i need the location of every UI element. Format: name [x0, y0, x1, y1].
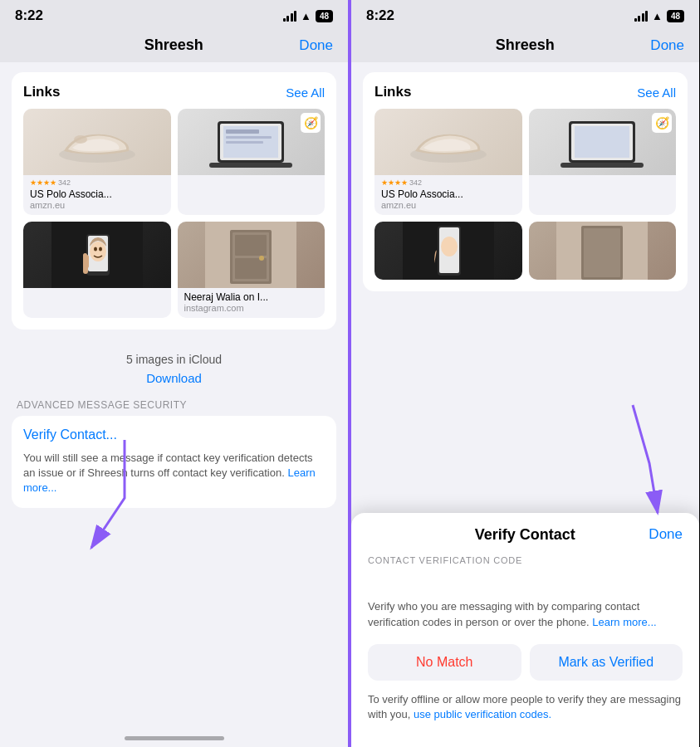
offline-text: To verify offline or allow more people t… — [368, 692, 683, 722]
list-item[interactable]: Neeraj Walia on I... instagram.com — [178, 222, 326, 318]
links-section-left: Links See All — [12, 72, 336, 330]
done-button-left[interactable]: Done — [299, 37, 333, 54]
status-bar-right: 8:22 ▲ 48 — [351, 0, 699, 30]
wifi-icon: ▲ — [652, 10, 663, 22]
battery-right: 48 — [667, 10, 684, 22]
no-match-button[interactable]: No Match — [368, 644, 521, 681]
advanced-desc: You will still see a message if contact … — [23, 451, 325, 496]
door-thumbnail-r — [529, 222, 677, 280]
verify-header: Verify Contact Done — [368, 526, 683, 544]
icloud-text: 5 images in iCloud — [12, 353, 336, 366]
link-info-r: ★★★★ 342 US Polo Associa... amzn.eu — [374, 175, 522, 215]
advanced-desc-text: You will still see a message if contact … — [23, 452, 313, 479]
svg-rect-17 — [83, 253, 87, 265]
svg-rect-7 — [226, 136, 272, 139]
compass-badge-r: 🧭 — [652, 113, 672, 133]
list-item[interactable]: ‌ — [23, 222, 171, 318]
advanced-section: ADVANCED MESSAGE SECURITY Verify Contact… — [12, 399, 336, 508]
laptop-icon — [205, 113, 296, 171]
nav-header-right: Shreesh Done — [351, 30, 699, 62]
svg-rect-29 — [560, 163, 644, 168]
link-info: ★★★★ 342 US Polo Associa... amzn.eu — [23, 175, 171, 215]
links-title-right: Links — [374, 84, 411, 100]
verify-done-button[interactable]: Done — [649, 526, 683, 543]
laptop-thumbnail-r: 🧭 — [529, 109, 677, 175]
advanced-label: ADVANCED MESSAGE SECURITY — [12, 399, 336, 416]
see-all-right[interactable]: See All — [637, 85, 676, 100]
wifi-icon: ▲ — [301, 10, 311, 22]
mark-verified-button[interactable]: Mark as Verified — [530, 644, 683, 681]
link-title-r: US Polo Associa... — [381, 188, 516, 200]
links-grid-left: ★★★★ 342 US Polo Associa... amzn.eu — [23, 109, 325, 318]
svg-point-12 — [90, 242, 106, 261]
verify-title: Verify Contact — [475, 526, 575, 544]
svg-rect-22 — [235, 235, 267, 256]
advanced-card: Verify Contact... You will still see a m… — [12, 416, 336, 508]
shoe-icon — [56, 120, 139, 165]
signal-icon — [634, 10, 649, 22]
verify-learn-more-link[interactable]: Learn more... — [592, 616, 656, 628]
signal-icon — [283, 10, 297, 22]
link-info: Neeraj Walia on I... instagram.com — [178, 288, 326, 318]
verify-contact-link[interactable]: Verify Contact... — [23, 427, 325, 442]
link-info: ‌ — [178, 175, 326, 193]
shoe-thumbnail — [23, 109, 171, 175]
nav-title-right: Shreesh — [496, 37, 555, 54]
phone-photo-r — [374, 222, 522, 280]
laptop-icon-r — [556, 113, 648, 171]
verification-code-area — [368, 574, 683, 598]
door-icon-r — [556, 222, 648, 280]
link-url: amzn.eu — [30, 200, 164, 210]
verification-code-label: CONTACT VERIFICATION CODE — [368, 555, 683, 565]
link-title: Neeraj Walia on I... — [184, 291, 319, 303]
list-item[interactable] — [529, 222, 677, 280]
done-button-right[interactable]: Done — [650, 37, 684, 54]
public-verification-link[interactable]: use public verification codes. — [414, 708, 551, 720]
verify-buttons: No Match Mark as Verified — [368, 644, 683, 681]
svg-rect-37 — [584, 228, 620, 277]
shoe-thumbnail-r — [374, 109, 522, 175]
phone-photo-icon — [51, 222, 143, 288]
link-info: ‌ — [23, 288, 171, 306]
verify-contact-sheet: Verify Contact Done CONTACT VERIFICATION… — [351, 513, 699, 747]
door-thumbnail — [178, 222, 326, 288]
list-item[interactable]: ★★★★ 342 US Polo Associa... amzn.eu — [23, 109, 171, 215]
svg-rect-4 — [209, 163, 292, 168]
nav-title-left: Shreesh — [144, 37, 203, 54]
list-item[interactable]: 🧭 — [529, 109, 677, 215]
icloud-section: 5 images in iCloud Download — [12, 339, 336, 393]
status-icons-right: ▲ 48 — [634, 10, 685, 22]
link-url-r: amzn.eu — [381, 200, 516, 210]
svg-point-24 — [259, 256, 264, 261]
svg-point-1 — [74, 135, 87, 144]
svg-point-34 — [441, 237, 458, 256]
star-rating: ★★★★ 342 — [30, 178, 164, 187]
phone-photo-thumbnail — [23, 222, 171, 288]
compass-badge: 🧭 — [301, 113, 321, 133]
nav-header-left: Shreesh Done — [0, 30, 348, 62]
link-title: US Polo Associa... — [30, 188, 164, 200]
shoe-icon-r — [407, 120, 490, 165]
links-header-left: Links See All — [23, 84, 325, 100]
status-icons-left: ▲ 48 — [283, 10, 334, 22]
link-title: ‌ — [184, 178, 319, 188]
right-phone: 8:22 ▲ 48 Shreesh Done Links See All — [350, 0, 699, 747]
svg-point-13 — [94, 247, 97, 251]
svg-rect-30 — [575, 126, 629, 158]
list-item[interactable]: 🧭 ‌ — [178, 109, 326, 215]
verification-desc: Verify who you are messaging with by com… — [368, 598, 683, 631]
download-link[interactable]: Download — [146, 371, 202, 385]
time-left: 8:22 — [15, 7, 43, 24]
svg-rect-23 — [235, 258, 267, 279]
time-right: 8:22 — [366, 7, 394, 24]
links-section-right: Links See All — [363, 72, 688, 291]
phone-photo-icon-r — [403, 222, 494, 280]
see-all-left[interactable]: See All — [286, 85, 325, 100]
door-icon — [205, 222, 296, 288]
status-bar-left: 8:22 ▲ 48 — [0, 0, 348, 30]
list-item[interactable]: ★★★★ 342 US Polo Associa... amzn.eu — [374, 109, 522, 215]
links-grid-right: ★★★★ 342 US Polo Associa... amzn.eu — [374, 109, 676, 280]
list-item[interactable] — [374, 222, 522, 280]
battery-left: 48 — [316, 10, 333, 22]
link-title: ‌ — [30, 291, 164, 301]
